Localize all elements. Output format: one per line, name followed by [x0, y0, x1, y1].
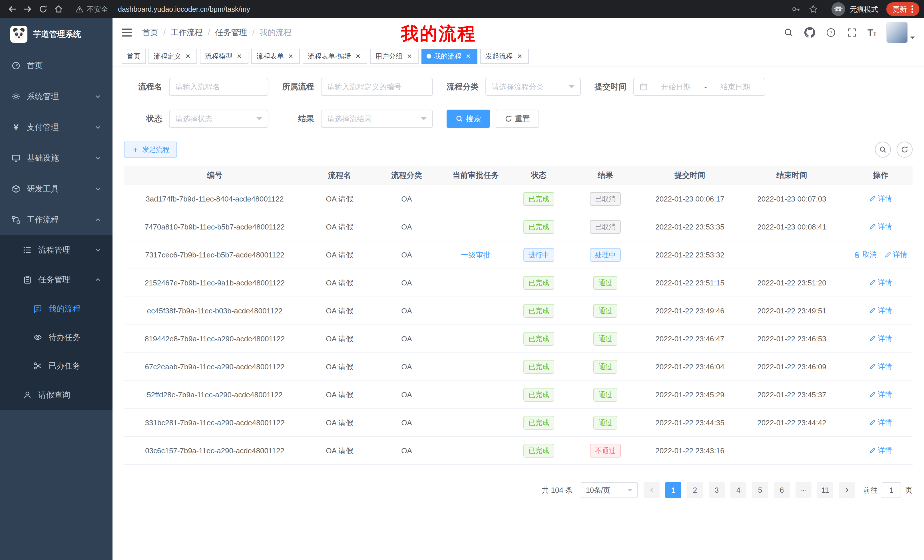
page-button-3[interactable]: 3: [709, 482, 725, 498]
page-size-select[interactable]: 10条/页: [581, 482, 638, 498]
sidebar-item-leave-query[interactable]: 请假查询: [0, 380, 112, 410]
pagination: 共 104 条 10条/页 1 2 3 4 5 6 ··· 11 前往 页: [124, 482, 913, 498]
sidebar-toggle-button[interactable]: [122, 28, 132, 36]
sidebar-item-payment-management[interactable]: ¥ 支付管理: [0, 112, 112, 143]
avatar[interactable]: [886, 22, 908, 43]
date-range-picker[interactable]: 开始日期 - 结束日期: [633, 78, 765, 96]
sidebar-item-workflow[interactable]: 工作流程: [0, 204, 112, 235]
page-button-6[interactable]: 6: [774, 482, 790, 498]
fullscreen-icon[interactable]: [846, 27, 858, 38]
tab-process-form[interactable]: 流程表单×: [251, 49, 300, 64]
sidebar-item-todo-tasks[interactable]: 待办任务: [0, 323, 112, 352]
tab-close-icon[interactable]: ×: [184, 52, 192, 60]
toggle-search-button[interactable]: [875, 142, 891, 157]
cancel-link[interactable]: 取消: [854, 250, 877, 259]
detail-link[interactable]: 详情: [869, 334, 892, 343]
app-logo[interactable]: 芋道管理系统: [0, 18, 112, 50]
caret-down-icon: [421, 117, 427, 123]
sidebar-item-my-process[interactable]: 我的流程: [0, 295, 112, 323]
page-button-1[interactable]: 1: [665, 482, 681, 498]
cell-status: 已完成: [512, 409, 566, 437]
process-category-select[interactable]: 请选择流程分类: [485, 78, 581, 96]
page-button-11[interactable]: 11: [817, 482, 833, 498]
user-menu[interactable]: [886, 22, 915, 43]
reset-button[interactable]: 重置: [496, 109, 539, 128]
goto-page-input[interactable]: [882, 482, 901, 498]
browser-back-button[interactable]: [4, 1, 20, 17]
sidebar-item-dev-tools[interactable]: 研发工具: [0, 174, 112, 204]
chevron-down-icon: [95, 93, 101, 100]
process-definition-input[interactable]: [321, 78, 433, 96]
sidebar-item-process-management[interactable]: 流程管理: [0, 235, 112, 265]
tab-close-icon[interactable]: ×: [405, 52, 414, 60]
sidebar-item-home[interactable]: 首页: [0, 50, 112, 81]
tab-process-definition[interactable]: 流程定义×: [148, 49, 197, 64]
incognito-icon: [831, 2, 845, 16]
detail-link[interactable]: 详情: [869, 222, 892, 231]
browser-menu-icon[interactable]: [911, 5, 913, 13]
start-date-placeholder[interactable]: 开始日期: [652, 82, 700, 92]
font-size-icon[interactable]: TT: [867, 28, 877, 37]
sidebar-item-infrastructure[interactable]: 基础设施: [0, 143, 112, 174]
refresh-table-button[interactable]: [897, 142, 913, 157]
tab-close-icon[interactable]: ×: [354, 52, 362, 60]
page-content: 流程名 所属流程 流程分类 请选择流程分类 提交时间: [112, 66, 924, 560]
detail-link[interactable]: 详情: [869, 194, 892, 203]
table-row: 3ad174fb-7b9d-11ec-8404-acde48001122 OA …: [124, 185, 913, 213]
detail-link[interactable]: 详情: [869, 418, 892, 427]
url-text[interactable]: dashboard.yudao.iocoder.cn/bpm/task/my: [118, 5, 250, 13]
column-header-id: 编号: [124, 166, 306, 185]
bookmark-star-icon[interactable]: [808, 4, 818, 14]
detail-link[interactable]: 详情: [885, 250, 908, 259]
tab-close-icon[interactable]: ×: [286, 52, 295, 60]
tab-close-icon[interactable]: ×: [516, 52, 524, 60]
next-page-button[interactable]: [839, 482, 855, 498]
result-select[interactable]: 请选择流结果: [321, 109, 433, 128]
page-button-4[interactable]: 4: [730, 482, 746, 498]
tab-user-group[interactable]: 用户分组×: [370, 49, 418, 64]
plus-icon: ＋: [131, 145, 140, 154]
page-button-2[interactable]: 2: [687, 482, 703, 498]
sidebar-item-task-management[interactable]: 任务管理: [0, 265, 112, 295]
search-button[interactable]: 搜索: [447, 109, 490, 128]
tab-process-model[interactable]: 流程模型×: [200, 49, 248, 64]
filter-reset: 重置: [496, 109, 539, 128]
detail-link[interactable]: 详情: [869, 362, 892, 371]
process-name-input[interactable]: [169, 78, 268, 96]
tab-home[interactable]: 首页: [122, 49, 146, 64]
search-icon[interactable]: [783, 27, 794, 38]
browser-update-button[interactable]: 更新: [886, 2, 920, 16]
page-more-button[interactable]: ···: [795, 482, 812, 498]
browser-refresh-button[interactable]: [35, 1, 51, 17]
browser-home-button[interactable]: [51, 1, 66, 17]
cell-id: 331bc281-7b9a-11ec-a290-acde48001122: [124, 409, 306, 437]
sidebar-item-done-tasks[interactable]: 已办任务: [0, 352, 112, 380]
detail-link[interactable]: 详情: [869, 446, 892, 455]
detail-link[interactable]: 详情: [869, 389, 892, 399]
breadcrumb-item[interactable]: 首页: [142, 27, 158, 38]
breadcrumb-item[interactable]: 工作流程: [171, 27, 203, 38]
date-range-separator: -: [704, 82, 707, 91]
tab-close-icon[interactable]: ×: [464, 52, 472, 60]
address-bar[interactable]: 不安全 dashboard.yudao.iocoder.cn/bpm/task/…: [70, 2, 824, 16]
breadcrumb-item[interactable]: 任务管理: [215, 27, 247, 38]
detail-link[interactable]: 详情: [869, 278, 892, 287]
approval-task-link[interactable]: 一级审批: [461, 251, 490, 259]
page-button-5[interactable]: 5: [752, 482, 768, 498]
help-icon[interactable]: ?: [825, 27, 837, 38]
browser-forward-button[interactable]: [20, 1, 35, 17]
tab-my-process[interactable]: 我的流程×: [422, 49, 477, 64]
end-date-placeholder[interactable]: 结束日期: [711, 82, 759, 92]
password-key-icon[interactable]: [792, 4, 801, 14]
start-process-button[interactable]: ＋ 发起流程: [124, 142, 177, 157]
security-chip[interactable]: 不安全: [75, 4, 108, 14]
tab-start-process[interactable]: 发起流程×: [480, 49, 529, 64]
github-icon[interactable]: [804, 27, 816, 38]
tab-close-icon[interactable]: ×: [235, 52, 243, 60]
cell-name: OA 请假: [306, 437, 374, 465]
sidebar-item-system-management[interactable]: 系统管理: [0, 81, 112, 112]
prev-page-button[interactable]: [644, 482, 660, 498]
tab-process-form-edit[interactable]: 流程表单-编辑×: [303, 49, 367, 64]
status-select[interactable]: 请选择状态: [169, 109, 268, 128]
detail-link[interactable]: 详情: [869, 306, 892, 315]
